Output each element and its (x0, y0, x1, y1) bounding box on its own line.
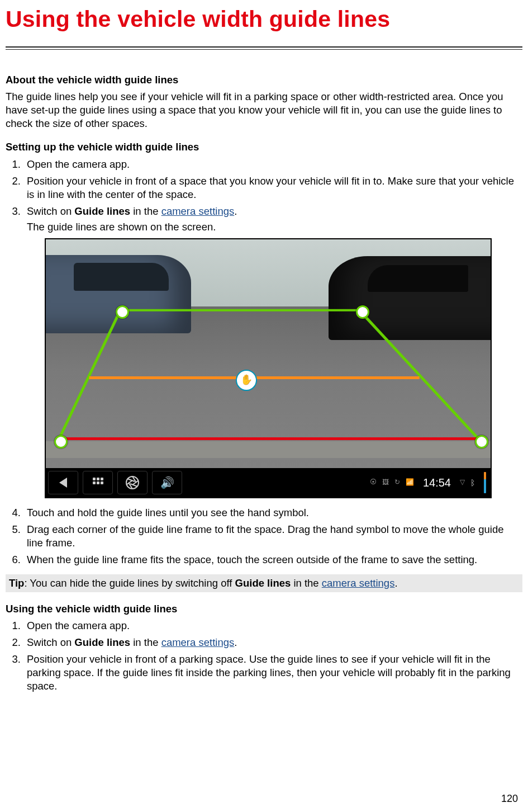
hand-icon: ✋ (240, 374, 253, 386)
back-button[interactable] (48, 471, 78, 494)
list-item: Switch on Guide lines in the camera sett… (23, 636, 522, 649)
setup-steps-list: Open the camera app. Position your vehic… (6, 158, 522, 566)
tip-text: in the (291, 577, 322, 589)
about-paragraph: The guide lines help you see if your veh… (6, 90, 522, 130)
section-heading-about: About the vehicle width guide lines (6, 73, 522, 87)
tip-bold: Guide lines (235, 577, 291, 589)
volume-button[interactable]: 🔊 (152, 471, 182, 494)
apps-button[interactable] (83, 471, 113, 494)
gps-icon: ⦿ (370, 478, 377, 487)
step-text: . (234, 636, 237, 648)
status-icons: ⦿ 🖼 ↻ 📶 14:54 ▽ ᛒ (370, 472, 491, 493)
status-time: 14:54 (423, 475, 451, 490)
shutter-button[interactable] (117, 471, 148, 494)
step-text: . (234, 205, 237, 217)
apps-icon (92, 477, 103, 488)
sync-icon: ↻ (394, 478, 400, 487)
guide-handle-bottom-right[interactable] (475, 435, 488, 449)
camera-settings-link[interactable]: camera settings (161, 636, 235, 648)
tip-box: Tip: You can hide the guide lines by swi… (6, 574, 522, 592)
back-icon (59, 478, 67, 488)
step-text: Switch on (27, 205, 74, 217)
list-item: Drag each corner of the guide line frame… (23, 523, 522, 550)
screenshot-curb (46, 441, 491, 458)
list-item: Open the camera app. (23, 158, 522, 171)
camera-settings-link[interactable]: camera settings (161, 205, 235, 217)
list-item: Open the camera app. (23, 619, 522, 632)
guide-move-handle[interactable]: ✋ (236, 370, 257, 391)
step-sub: The guide lines are shown on the screen. (27, 220, 522, 234)
tip-text: : You can hide the guide lines by switch… (24, 577, 235, 589)
list-item: Touch and hold the guide lines until you… (23, 506, 522, 520)
section-heading-using: Using the vehicle width guide lines (6, 602, 522, 616)
title-divider (6, 46, 522, 50)
section-heading-setup: Setting up the vehicle width guide lines (6, 140, 522, 154)
aperture-icon (125, 475, 140, 490)
camera-settings-link[interactable]: camera settings (322, 577, 395, 589)
svg-point-0 (126, 476, 139, 489)
list-item: When the guide line frame fits the space… (23, 553, 522, 566)
screenshot-parked-car-right (329, 256, 492, 340)
step-text: in the (130, 636, 161, 648)
status-bar: 🔊 ⦿ 🖼 ↻ 📶 14:54 ▽ ᛒ (46, 468, 491, 497)
guide-handle-top-right[interactable] (356, 305, 369, 319)
screenshot-parked-car-left (45, 255, 191, 333)
step-bold: Guide lines (74, 205, 130, 217)
wifi-icon: ▽ (460, 478, 465, 487)
list-item: Switch on Guide lines in the camera sett… (23, 205, 522, 498)
battery-indicator (484, 472, 486, 493)
page-title: Using the vehicle width guide lines (6, 4, 522, 34)
step-text: Switch on (27, 636, 74, 648)
tip-label: Tip (9, 577, 24, 589)
signal-icon: 📶 (406, 478, 414, 487)
guide-handle-bottom-left[interactable] (54, 435, 68, 449)
step-text: in the (130, 205, 161, 217)
guide-handle-top-left[interactable] (116, 305, 129, 319)
using-steps-list: Open the camera app. Switch on Guide lin… (6, 619, 522, 693)
step-bold: Guide lines (74, 636, 130, 648)
tip-text: . (394, 577, 397, 589)
image-icon: 🖼 (382, 478, 389, 487)
camera-screenshot: ✋ (45, 238, 492, 498)
list-item: Position your vehicle in front of a spac… (23, 174, 522, 201)
list-item: Position your vehicle in front of a park… (23, 653, 522, 693)
bluetooth-icon: ᛒ (470, 478, 475, 488)
speaker-icon: 🔊 (160, 475, 174, 490)
